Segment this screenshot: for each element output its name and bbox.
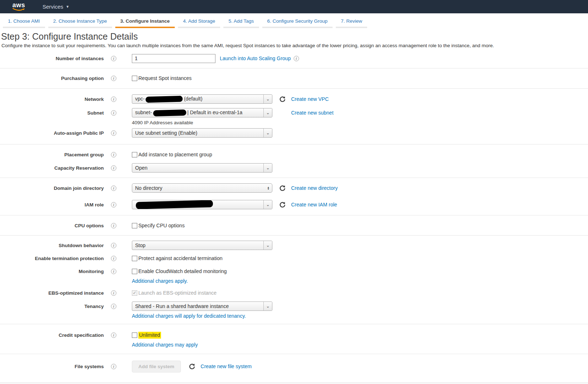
credit-specification-label: Credit specification: [0, 332, 104, 338]
create-new-subnet-link[interactable]: Create new subnet: [291, 110, 334, 116]
chevron-down-icon: ⌄: [263, 200, 272, 209]
network-select[interactable]: vpc-(default) ⌄: [132, 94, 272, 104]
aws-logo-text: aws: [12, 2, 25, 8]
wizard-tabs: 1. Choose AMI 2. Choose Instance Type 3.…: [0, 13, 588, 28]
auto-assign-public-ip-select[interactable]: Use subnet setting (Enable) ⌄: [132, 128, 272, 138]
capacity-reservation-select[interactable]: Open ⌄: [132, 163, 272, 173]
iam-role-select[interactable]: ⌄: [132, 200, 272, 209]
add-instance-to-placement-group-checkbox[interactable]: Add instance to placement group: [132, 152, 212, 157]
row-ebs-optimized: EBS-optimized instance i ✓ Launch as EBS…: [0, 288, 588, 298]
ebs-optimized-label: EBS-optimized instance: [0, 290, 104, 296]
row-cpu-options: CPU options i Specify CPU options: [0, 221, 588, 230]
create-new-vpc-link[interactable]: Create new VPC: [291, 96, 329, 102]
row-termination-protection: Enable termination protection i Protect …: [0, 254, 588, 263]
create-new-iam-role-link[interactable]: Create new IAM role: [291, 202, 337, 207]
info-icon[interactable]: i: [111, 290, 116, 296]
iam-role-label: IAM role: [0, 202, 104, 207]
row-shutdown-behavior: Shutdown behavior i Stop ⌄: [0, 241, 588, 250]
tab-configure-security-group[interactable]: 6. Configure Security Group: [262, 18, 333, 28]
info-icon[interactable]: i: [111, 165, 116, 171]
row-monitoring-note: Additional charges apply.: [0, 278, 588, 284]
number-of-instances-label: Number of instances: [0, 56, 104, 61]
launch-into-auto-scaling-group-link[interactable]: Launch into Auto Scaling Group: [220, 55, 291, 61]
enable-cloudwatch-monitoring-checkbox[interactable]: Enable CloudWatch detailed monitoring: [132, 268, 227, 274]
row-tenancy-note: Additional charges will apply for dedica…: [0, 313, 588, 319]
checkbox-box: [132, 76, 137, 81]
refresh-icon[interactable]: [189, 363, 195, 370]
network-label: Network: [0, 97, 104, 102]
domain-join-directory-select[interactable]: No directory ▲▼: [132, 183, 272, 193]
tab-choose-instance-type[interactable]: 2. Choose Instance Type: [48, 18, 112, 28]
info-icon[interactable]: i: [111, 304, 116, 309]
aws-logo[interactable]: aws: [12, 2, 25, 11]
row-capacity-reservation: Capacity Reservation i Open ⌄: [0, 163, 588, 173]
info-icon[interactable]: i: [294, 56, 299, 61]
subnet-select[interactable]: subnet-| Default in eu-central-1a ⌄: [132, 108, 272, 117]
checkbox-box-checked: ✓: [132, 290, 137, 296]
checkbox-box: [132, 223, 137, 228]
shutdown-behavior-select[interactable]: Stop ⌄: [132, 241, 272, 250]
chevron-down-icon: ⌄: [263, 108, 272, 117]
redaction-blob: [136, 200, 213, 209]
add-file-system-button[interactable]: Add file system: [132, 361, 181, 372]
create-new-file-system-link[interactable]: Create new file system: [201, 363, 252, 369]
info-icon[interactable]: i: [111, 186, 116, 191]
info-icon[interactable]: i: [111, 76, 116, 81]
cpu-options-label: CPU options: [0, 223, 104, 228]
info-icon[interactable]: i: [111, 97, 116, 102]
monitoring-label: Monitoring: [0, 269, 104, 274]
tenancy-select[interactable]: Shared - Run a shared hardware instance …: [132, 302, 272, 311]
additional-charges-may-apply-link[interactable]: Additional charges may apply: [132, 342, 198, 348]
chevron-down-icon: ⌄: [263, 164, 272, 172]
info-icon[interactable]: i: [111, 269, 116, 274]
refresh-icon[interactable]: [279, 96, 286, 102]
info-icon[interactable]: i: [111, 202, 116, 207]
info-icon[interactable]: i: [111, 364, 116, 369]
tab-choose-ami[interactable]: 1. Choose AMI: [3, 18, 45, 28]
number-of-instances-input[interactable]: [132, 54, 215, 63]
purchasing-option-label: Purchasing option: [0, 76, 104, 81]
services-label: Services: [43, 4, 63, 10]
chevron-down-icon: ⌄: [263, 241, 272, 250]
tenancy-label: Tenancy: [0, 304, 104, 309]
tab-configure-instance[interactable]: 3. Configure Instance: [115, 18, 175, 28]
row-credit-specification-note: Additional charges may apply: [0, 341, 588, 348]
checkbox-box: [132, 269, 137, 274]
ip-addresses-available-note: 4090 IP Addresses available: [132, 120, 193, 125]
info-icon[interactable]: i: [111, 223, 116, 228]
redaction-blob: [146, 96, 183, 103]
row-tenancy: Tenancy i Shared - Run a shared hardware…: [0, 302, 588, 311]
info-icon[interactable]: i: [111, 243, 116, 248]
row-auto-assign-public-ip: Auto-assign Public IP i Use subnet setti…: [0, 128, 588, 138]
refresh-icon[interactable]: [279, 185, 286, 191]
placement-group-label: Placement group: [0, 152, 104, 157]
tab-add-tags[interactable]: 5. Add Tags: [223, 18, 259, 28]
dedicated-tenancy-charges-link[interactable]: Additional charges will apply for dedica…: [132, 313, 246, 319]
caret-down-icon: ▼: [66, 5, 70, 9]
row-network: Network i vpc-(default) ⌄ Create new VPC: [0, 94, 588, 104]
services-menu[interactable]: Services ▼: [43, 4, 69, 10]
info-icon[interactable]: i: [111, 130, 116, 136]
info-icon[interactable]: i: [111, 56, 116, 61]
capacity-reservation-label: Capacity Reservation: [0, 165, 104, 171]
chevron-down-icon: ⌄: [263, 302, 272, 311]
row-number-of-instances: Number of instances i Launch into Auto S…: [0, 54, 588, 63]
info-icon[interactable]: i: [111, 256, 116, 261]
file-systems-label: File systems: [0, 364, 104, 369]
tab-review[interactable]: 7. Review: [336, 18, 367, 28]
tab-add-storage[interactable]: 4. Add Storage: [178, 18, 220, 28]
unlimited-checkbox[interactable]: Unlimited: [132, 332, 161, 339]
row-placement-group: Placement group i Add instance to placem…: [0, 150, 588, 159]
specify-cpu-options-checkbox[interactable]: Specify CPU options: [132, 223, 184, 228]
info-icon[interactable]: i: [111, 110, 116, 116]
request-spot-instances-checkbox[interactable]: Request Spot instances: [132, 75, 192, 81]
protect-against-accidental-termination-checkbox[interactable]: Protect against accidental termination: [132, 255, 222, 261]
aws-smile-icon: [12, 8, 25, 11]
subnet-label: Subnet: [0, 110, 104, 116]
create-new-directory-link[interactable]: Create new directory: [291, 185, 338, 191]
info-icon[interactable]: i: [111, 332, 116, 338]
refresh-icon[interactable]: [279, 201, 286, 208]
top-navbar: aws Services ▼: [0, 0, 588, 13]
additional-charges-apply-link[interactable]: Additional charges apply.: [132, 278, 188, 284]
info-icon[interactable]: i: [111, 152, 116, 157]
